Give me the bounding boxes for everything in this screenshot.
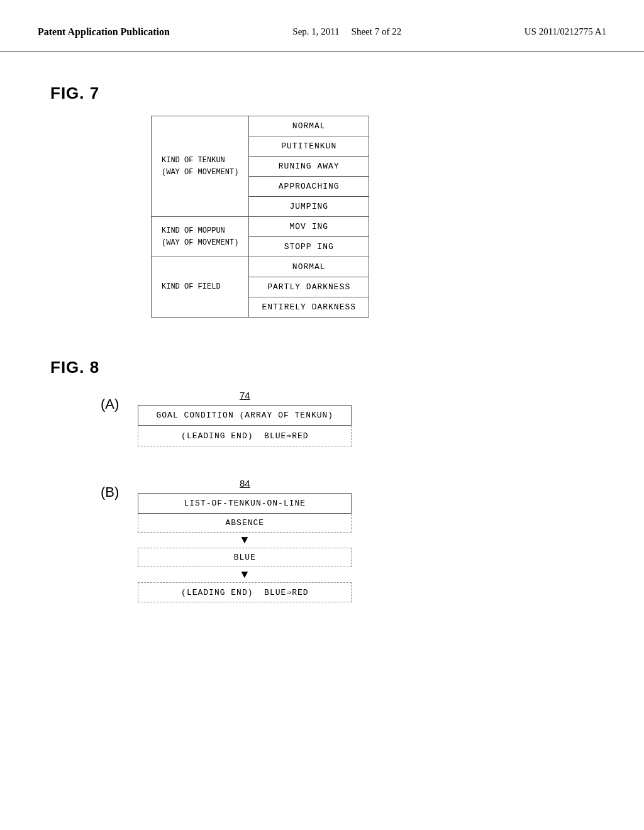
fig8-section: FIG. 8 (A) 74 GOAL CONDITION (ARRAY OF T…	[50, 358, 594, 602]
publication-date: Sep. 1, 2011	[292, 26, 339, 36]
fig8b-content: 84 LIST-OF-TENKUN-ON-LINE ABSENCE ▼	[138, 478, 352, 602]
fig8b-row4: (LEADING END) BLUE⇒RED	[138, 583, 352, 602]
fig8-sub-b: (B) 84 LIST-OF-TENKUN-ON-LINE ABSENCE	[50, 478, 594, 602]
fig8b-row1: LIST-OF-TENKUN-ON-LINE	[138, 494, 352, 514]
tenkun-value-5: JUMPING	[249, 197, 369, 217]
table-row: ABSENCE	[138, 514, 352, 533]
fig8a-ref: 74	[240, 390, 250, 401]
table-row: (LEADING END) BLUE⇒RED	[138, 583, 352, 602]
moppun-value-1: MOV ING	[249, 217, 369, 237]
page-header: Patent Application Publication Sep. 1, 2…	[0, 0, 644, 52]
tenkun-value-3: RUNING AWAY	[249, 157, 369, 177]
tenkun-value-1: NORMAL	[249, 116, 369, 136]
fig8b-table: LIST-OF-TENKUN-ON-LINE ABSENCE ▼ BLUE	[138, 493, 352, 602]
tenkun-value-2: PUTITENKUN	[249, 136, 369, 157]
tenkun-label: KIND OF TENKUN(WAY OF MOVEMENT)	[152, 116, 249, 217]
fig7-table-wrapper: KIND OF TENKUN(WAY OF MOVEMENT) NORMAL P…	[151, 116, 369, 318]
field-value-3: ENTIRELY DARKNESS	[249, 297, 369, 318]
fig8b-sublabel: (B)	[101, 484, 119, 501]
field-value-1: NORMAL	[249, 257, 369, 277]
publication-title: Patent Application Publication	[38, 25, 170, 39]
table-row: BLUE	[138, 548, 352, 567]
patent-number: US 2011/0212775 A1	[525, 25, 606, 38]
arrow-row-1: ▼	[138, 533, 352, 548]
fig8b-row2: ABSENCE	[138, 514, 352, 533]
arrow-row-2: ▼	[138, 567, 352, 583]
fig7-section: FIG. 7 KIND OF TENKUN(WAY OF MOVEMENT) N…	[50, 84, 594, 320]
page-content: FIG. 7 KIND OF TENKUN(WAY OF MOVEMENT) N…	[0, 52, 644, 653]
table-row: GOAL CONDITION (ARRAY OF TENKUN)	[138, 406, 352, 426]
table-row: KIND OF MOPPUN(WAY OF MOVEMENT) MOV ING	[152, 217, 369, 237]
fig7-table: KIND OF TENKUN(WAY OF MOVEMENT) NORMAL P…	[151, 116, 369, 318]
fig8a-content: 74 GOAL CONDITION (ARRAY OF TENKUN) (LEA…	[138, 390, 352, 446]
fig8a-row2: (LEADING END) BLUE⇒RED	[138, 426, 352, 446]
moppun-value-2: STOPP ING	[249, 237, 369, 257]
fig8-sub-a: (A) 74 GOAL CONDITION (ARRAY OF TENKUN) …	[50, 390, 594, 446]
table-row: KIND OF FIELD NORMAL	[152, 257, 369, 277]
fig8a-table: GOAL CONDITION (ARRAY OF TENKUN) (LEADIN…	[138, 405, 352, 446]
fig8b-arrow1: ▼	[138, 533, 352, 548]
fig8b-row3: BLUE	[138, 548, 352, 567]
fig8b-arrow2: ▼	[138, 567, 352, 583]
sheet-info: Sheet 7 of 22	[352, 26, 402, 36]
fig8-label: FIG. 8	[50, 358, 594, 377]
table-row: KIND OF TENKUN(WAY OF MOVEMENT) NORMAL	[152, 116, 369, 136]
fig8a-row1: GOAL CONDITION (ARRAY OF TENKUN)	[138, 406, 352, 426]
field-label: KIND OF FIELD	[152, 257, 249, 318]
fig7-label: FIG. 7	[50, 84, 594, 103]
table-row: (LEADING END) BLUE⇒RED	[138, 426, 352, 446]
fig8b-ref: 84	[240, 478, 250, 489]
field-value-2: PARTLY DARKNESS	[249, 277, 369, 297]
table-row: LIST-OF-TENKUN-ON-LINE	[138, 494, 352, 514]
fig8a-sublabel: (A)	[101, 396, 119, 412]
tenkun-value-4: APPROACHING	[249, 177, 369, 197]
moppun-label: KIND OF MOPPUN(WAY OF MOVEMENT)	[152, 217, 249, 257]
header-date-sheet: Sep. 1, 2011 Sheet 7 of 22	[292, 25, 401, 38]
